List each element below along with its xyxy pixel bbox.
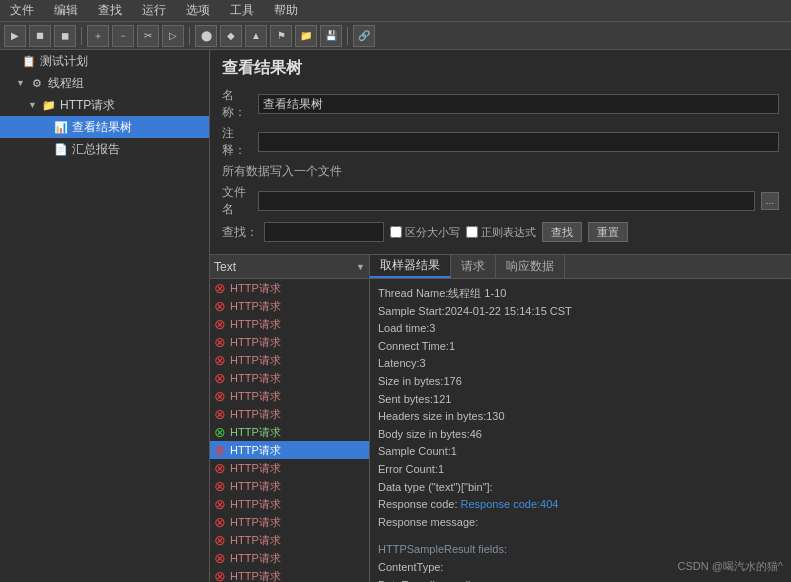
error-dot-icon: ⊗ — [214, 388, 226, 404]
error-dot-icon: ⊗ — [214, 568, 226, 582]
toolbar-sep-1 — [81, 27, 82, 45]
sample-list-item[interactable]: ⊗HTTP请求 — [210, 549, 369, 567]
sample-item-label: HTTP请求 — [230, 335, 281, 350]
error-dot-icon: ⊗ — [214, 478, 226, 494]
menu-options[interactable]: 选项 — [182, 2, 214, 19]
regex-label[interactable]: 正则表达式 — [466, 225, 536, 240]
toolbar-btn-12[interactable]: 📁 — [295, 25, 317, 47]
sample-list-item[interactable]: ⊗HTTP请求 — [210, 297, 369, 315]
error-dot-icon: ⊗ — [214, 550, 226, 566]
toolbar-btn-8[interactable]: ⬤ — [195, 25, 217, 47]
sample-list-item[interactable]: ⊗HTTP请求 — [210, 405, 369, 423]
tree-item-test-plan[interactable]: 📋 测试计划 — [0, 50, 209, 72]
tab-request[interactable]: 请求 — [451, 255, 496, 278]
sample-list-item[interactable]: ⊗HTTP请求 — [210, 351, 369, 369]
sample-list-item[interactable]: ⊗HTTP请求 — [210, 495, 369, 513]
toolbar-btn-6[interactable]: ✂ — [137, 25, 159, 47]
sample-list-item[interactable]: ⊗HTTP请求 — [210, 279, 369, 297]
sample-item-label: HTTP请求 — [230, 353, 281, 368]
form-row-search: 查找： 区分大小写 正则表达式 查找 重置 — [222, 222, 779, 242]
toolbar-btn-4[interactable]: ＋ — [87, 25, 109, 47]
sample-dropdown[interactable]: Text ▼ — [210, 255, 369, 279]
toolbar-btn-13[interactable]: 💾 — [320, 25, 342, 47]
tree-item-http[interactable]: ▼ 📁 HTTP请求 — [0, 94, 209, 116]
toolbar-btn-1[interactable]: ▶ — [4, 25, 26, 47]
tab-sampler-result[interactable]: 取样器结果 — [370, 255, 451, 278]
http-icon: 📁 — [42, 99, 56, 112]
tree-label-testplan: 测试计划 — [40, 53, 88, 70]
regex-checkbox[interactable] — [466, 226, 478, 238]
sample-list-item[interactable]: ⊗HTTP请求 — [210, 567, 369, 582]
threadgroup-icon: ⚙ — [30, 77, 44, 90]
sample-list-item[interactable]: ⊗HTTP请求 — [210, 333, 369, 351]
error-dot-icon: ⊗ — [214, 406, 226, 422]
sample-item-label: HTTP请求 — [230, 497, 281, 512]
sample-item-label: HTTP请求 — [230, 515, 281, 530]
tree-item-threadgroup[interactable]: ▼ ⚙ 线程组 — [0, 72, 209, 94]
toolbar-btn-5[interactable]: － — [112, 25, 134, 47]
sample-list-item[interactable]: ⊗HTTP请求 — [210, 513, 369, 531]
case-sensitive-text: 区分大小写 — [405, 225, 460, 240]
sample-list-item[interactable]: ⊗HTTP请求 — [210, 441, 369, 459]
name-input[interactable] — [258, 94, 779, 114]
resulttree-icon: 📊 — [54, 121, 68, 134]
form-row-name: 名称： — [222, 87, 779, 121]
detail-body-size: Body size in bytes:46 — [378, 426, 783, 444]
arrow-icon-http: ▼ — [28, 100, 38, 110]
sample-item-label: HTTP请求 — [230, 389, 281, 404]
arrow-icon-tg: ▼ — [16, 78, 26, 88]
toolbar-btn-14[interactable]: 🔗 — [353, 25, 375, 47]
main-layout: 📋 测试计划 ▼ ⚙ 线程组 ▼ 📁 HTTP请求 📊 查看结果树 📄 汇总报告… — [0, 50, 791, 582]
search-button[interactable]: 查找 — [542, 222, 582, 242]
right-bottom: Text ▼ ⊗HTTP请求⊗HTTP请求⊗HTTP请求⊗HTTP请求⊗HTTP… — [210, 255, 791, 582]
detail-http-fields: HTTPSampleResult fields: — [378, 541, 783, 559]
menu-help[interactable]: 帮助 — [270, 2, 302, 19]
tree-item-summary[interactable]: 📄 汇总报告 — [0, 138, 209, 160]
sample-list-item[interactable]: ⊗HTTP请求 — [210, 459, 369, 477]
toolbar-btn-7[interactable]: ▷ — [162, 25, 184, 47]
menu-tools[interactable]: 工具 — [226, 2, 258, 19]
case-sensitive-checkbox[interactable] — [390, 226, 402, 238]
sample-list-item[interactable]: ⊗HTTP请求 — [210, 423, 369, 441]
error-dot-icon: ⊗ — [214, 370, 226, 386]
sample-list: Text ▼ ⊗HTTP请求⊗HTTP请求⊗HTTP请求⊗HTTP请求⊗HTTP… — [210, 255, 370, 582]
detail-load-time: Load time:3 — [378, 320, 783, 338]
menu-edit[interactable]: 编辑 — [50, 2, 82, 19]
error-dot-icon: ⊗ — [214, 280, 226, 296]
sample-item-label: HTTP请求 — [230, 407, 281, 422]
detail-sample-count: Sample Count:1 — [378, 443, 783, 461]
filename-input[interactable] — [258, 191, 755, 211]
sample-item-label: HTTP请求 — [230, 461, 281, 476]
detail-sample-start: Sample Start:2024-01-22 15:14:15 CST — [378, 303, 783, 321]
filename-browse-btn[interactable]: … — [761, 192, 779, 210]
menu-run[interactable]: 运行 — [138, 2, 170, 19]
reset-button[interactable]: 重置 — [588, 222, 628, 242]
case-sensitive-label[interactable]: 区分大小写 — [390, 225, 460, 240]
sample-list-item[interactable]: ⊗HTTP请求 — [210, 387, 369, 405]
toolbar-btn-9[interactable]: ◆ — [220, 25, 242, 47]
toolbar-btn-2[interactable]: ⏹ — [29, 25, 51, 47]
name-label: 名称： — [222, 87, 252, 121]
sample-list-item[interactable]: ⊗HTTP请求 — [210, 315, 369, 333]
menu-find[interactable]: 查找 — [94, 2, 126, 19]
sample-item-label: HTTP请求 — [230, 425, 281, 440]
error-dot-icon: ⊗ — [214, 460, 226, 476]
search-label: 查找： — [222, 224, 258, 241]
comment-input[interactable] — [258, 132, 779, 152]
sample-item-label: HTTP请求 — [230, 281, 281, 296]
toolbar-btn-3[interactable]: ◼ — [54, 25, 76, 47]
sample-list-item[interactable]: ⊗HTTP请求 — [210, 369, 369, 387]
toolbar-btn-11[interactable]: ⚑ — [270, 25, 292, 47]
menu-file[interactable]: 文件 — [6, 2, 38, 19]
tab-response-data[interactable]: 响应数据 — [496, 255, 565, 278]
response-code-value[interactable]: Response code:404 — [461, 498, 559, 510]
sample-list-item[interactable]: ⊗HTTP请求 — [210, 477, 369, 495]
toolbar-btn-10[interactable]: ▲ — [245, 25, 267, 47]
tree-item-result-tree[interactable]: 📊 查看结果树 — [0, 116, 209, 138]
write-all-label: 所有数据写入一个文件 — [222, 163, 779, 180]
search-input[interactable] — [264, 222, 384, 242]
detail-response-message: Response message: — [378, 514, 783, 532]
tree-label-summary: 汇总报告 — [72, 141, 120, 158]
sample-list-item[interactable]: ⊗HTTP请求 — [210, 531, 369, 549]
detail-tabs: 取样器结果 请求 响应数据 — [370, 255, 791, 279]
